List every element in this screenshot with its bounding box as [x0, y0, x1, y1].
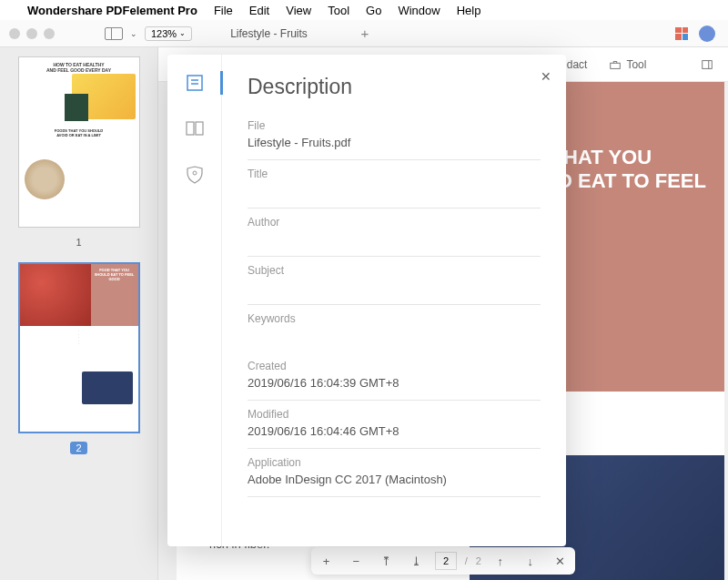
- document-tab[interactable]: Lifestyle - Fruits: [219, 20, 353, 47]
- tool-label: Tool: [626, 58, 646, 71]
- field-author[interactable]: Author: [248, 216, 541, 257]
- field-application: Application Adobe InDesign CC 2017 (Maci…: [248, 456, 541, 497]
- field-label: Created: [248, 360, 541, 372]
- titlebar: ⌄ 123% ⌄ Lifestyle - Fruits +: [0, 20, 728, 47]
- field-label: Subject: [248, 264, 541, 277]
- menu-view[interactable]: View: [286, 4, 311, 17]
- minimize-window-button[interactable]: [26, 28, 37, 39]
- field-value[interactable]: [248, 329, 541, 345]
- field-keywords[interactable]: Keywords: [248, 312, 541, 352]
- field-value: 2019/06/16 16:04:46 GMT+8: [248, 424, 541, 441]
- field-label: Modified: [248, 408, 541, 421]
- field-modified: Modified 2019/06/16 16:04:46 GMT+8: [248, 408, 541, 449]
- last-page-button[interactable]: ⤓: [405, 550, 427, 572]
- zoom-in-button[interactable]: +: [315, 550, 337, 572]
- field-file: File Lifestyle - Fruits.pdf: [248, 119, 541, 160]
- next-page-button[interactable]: ↓: [520, 550, 541, 572]
- tab-title: Lifestyle - Fruits: [230, 27, 308, 40]
- page-separator: /: [465, 555, 468, 566]
- svg-rect-7: [703, 60, 713, 68]
- dialog-tabs: [167, 55, 222, 546]
- app-name: Wondershare PDFelement Pro: [27, 4, 197, 17]
- menu-window[interactable]: Window: [398, 4, 440, 17]
- close-window-button[interactable]: [9, 28, 20, 39]
- thumbnail-sidebar: HOW TO EAT HEALTHYAND FEEL GOOD EVERY DA…: [0, 47, 158, 580]
- field-label: Author: [248, 216, 541, 229]
- menu-file[interactable]: File: [214, 4, 233, 17]
- traffic-lights: [9, 28, 55, 39]
- menubar: Wondershare PDFelement Pro File Edit Vie…: [0, 0, 728, 20]
- thumbnail-item[interactable]: HOW TO EAT HEALTHYAND FEEL GOOD EVERY DA…: [9, 56, 148, 249]
- tab-initial-view[interactable]: [185, 118, 205, 138]
- chevron-down-icon: ⌄: [179, 29, 186, 37]
- first-page-button[interactable]: ⤒: [375, 550, 397, 572]
- close-nav-button[interactable]: ✕: [550, 550, 571, 572]
- dialog-body: ✕ Description File Lifestyle - Fruits.pd…: [222, 55, 566, 546]
- thumbnail-number: 2: [70, 442, 86, 454]
- svg-rect-13: [196, 122, 203, 135]
- page-navigator: + − ⤒ ⤓ / 2 ↑ ↓ ✕: [311, 547, 575, 575]
- chevron-down-icon[interactable]: ⌄: [130, 29, 137, 38]
- menu-go[interactable]: Go: [366, 4, 381, 17]
- app-grid-icon[interactable]: [675, 27, 688, 40]
- field-subject[interactable]: Subject: [248, 264, 541, 305]
- maximize-window-button[interactable]: [44, 28, 55, 39]
- zoom-selector[interactable]: 123% ⌄: [145, 26, 192, 41]
- properties-dialog: ✕ Description File Lifestyle - Fruits.pd…: [167, 55, 566, 546]
- dialog-title: Description: [248, 75, 541, 99]
- svg-rect-6: [611, 63, 621, 68]
- field-label: Keywords: [248, 312, 541, 325]
- thumbnail-page-2[interactable]: FOOD THAT YOU SHOULD EAT TO FEEL GOOD ..…: [18, 262, 140, 433]
- field-value: 2019/06/16 16:04:39 GMT+8: [248, 376, 541, 392]
- field-value[interactable]: [248, 280, 541, 297]
- menu-tool[interactable]: Tool: [328, 4, 349, 17]
- tab-description[interactable]: [185, 73, 205, 93]
- thumbnail-item[interactable]: FOOD THAT YOU SHOULD EAT TO FEEL GOOD ..…: [9, 262, 148, 455]
- field-value: Adobe InDesign CC 2017 (Macintosh): [248, 473, 541, 489]
- field-label: File: [248, 119, 541, 132]
- svg-rect-12: [187, 122, 194, 135]
- field-title[interactable]: Title: [248, 168, 541, 209]
- page-total: 2: [476, 555, 481, 566]
- menu-edit[interactable]: Edit: [249, 4, 269, 17]
- thumbnail-number: 1: [76, 237, 81, 248]
- tab-security[interactable]: [185, 164, 205, 184]
- zoom-out-button[interactable]: −: [345, 550, 367, 572]
- field-value: Lifestyle - Fruits.pdf: [248, 136, 541, 152]
- field-value[interactable]: [248, 232, 541, 249]
- svg-rect-9: [187, 76, 202, 90]
- sidebar-toggle-button[interactable]: [105, 27, 123, 40]
- field-created: Created 2019/06/16 16:04:39 GMT+8: [248, 360, 541, 401]
- field-value[interactable]: [248, 184, 541, 200]
- close-dialog-button[interactable]: ✕: [541, 69, 551, 84]
- field-label: Title: [248, 168, 541, 180]
- field-label: Application: [248, 456, 541, 469]
- page-number-input[interactable]: [435, 552, 457, 570]
- prev-page-button[interactable]: ↑: [490, 550, 511, 572]
- add-tab-button[interactable]: +: [353, 22, 377, 46]
- user-avatar[interactable]: [699, 25, 715, 42]
- menu-help[interactable]: Help: [457, 4, 481, 17]
- zoom-value: 123%: [151, 28, 177, 39]
- tool-toolbox[interactable]: Tool: [609, 58, 646, 71]
- thumbnail-page-1[interactable]: HOW TO EAT HEALTHYAND FEEL GOOD EVERY DA…: [18, 56, 140, 228]
- svg-point-14: [193, 171, 197, 175]
- panel-toggle-button[interactable]: [701, 58, 713, 71]
